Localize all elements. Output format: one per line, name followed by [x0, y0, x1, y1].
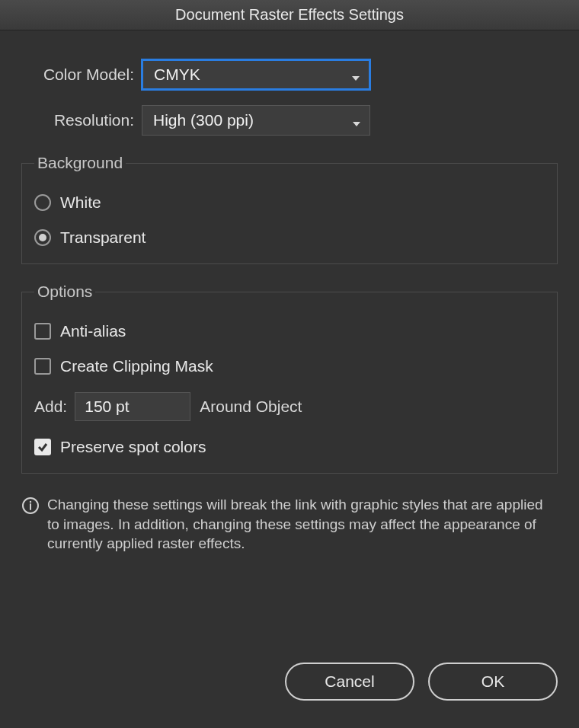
svg-point-2: [30, 501, 31, 503]
add-value-input[interactable]: [75, 392, 190, 421]
checkbox-anti-alias[interactable]: [34, 323, 51, 340]
color-model-value: CMYK: [154, 65, 200, 84]
resolution-value: High (300 ppi): [153, 111, 254, 129]
dialog-title: Document Raster Effects Settings: [175, 6, 404, 24]
add-label: Add:: [34, 398, 67, 416]
info-text: Changing these settings will break the l…: [47, 495, 558, 554]
options-fieldset: Options Anti-alias Create Clipping Mask …: [21, 283, 558, 474]
add-around-row: Add: Around Object: [34, 392, 545, 421]
options-legend: Options: [34, 283, 95, 301]
dialog-button-row: Cancel OK: [285, 663, 558, 701]
color-model-select[interactable]: CMYK: [142, 59, 370, 90]
info-icon: [21, 497, 40, 515]
info-row: Changing these settings will break the l…: [21, 495, 558, 554]
chevron-down-icon: [350, 69, 361, 80]
color-model-label: Color Model:: [21, 65, 142, 84]
checkbox-preserve-spot[interactable]: [34, 439, 51, 455]
radio-transparent[interactable]: [34, 229, 51, 246]
background-white-row[interactable]: White: [34, 193, 545, 212]
background-legend: Background: [34, 154, 126, 172]
add-suffix-label: Around Object: [200, 398, 302, 416]
radio-white[interactable]: [34, 194, 51, 211]
checkbox-clipping-mask[interactable]: [34, 358, 51, 375]
resolution-select[interactable]: High (300 ppi): [142, 105, 370, 136]
resolution-label: Resolution:: [21, 111, 142, 129]
preserve-spot-row[interactable]: Preserve spot colors: [34, 438, 545, 456]
dialog-titlebar: Document Raster Effects Settings: [0, 0, 579, 30]
dialog-body: Color Model: CMYK Resolution: High (300 …: [0, 30, 579, 728]
resolution-row: Resolution: High (300 ppi): [21, 105, 558, 136]
background-fieldset: Background White Transparent: [21, 154, 558, 264]
preserve-spot-label: Preserve spot colors: [60, 438, 206, 456]
clipping-mask-label: Create Clipping Mask: [60, 357, 213, 375]
radio-white-label: White: [60, 193, 101, 212]
color-model-row: Color Model: CMYK: [21, 59, 558, 90]
chevron-down-icon: [351, 115, 362, 126]
ok-button[interactable]: OK: [428, 663, 558, 701]
clipping-mask-row[interactable]: Create Clipping Mask: [34, 357, 545, 375]
anti-alias-label: Anti-alias: [60, 322, 126, 340]
cancel-button[interactable]: Cancel: [285, 663, 414, 701]
anti-alias-row[interactable]: Anti-alias: [34, 322, 545, 340]
background-transparent-row[interactable]: Transparent: [34, 228, 545, 247]
radio-transparent-label: Transparent: [60, 228, 146, 247]
